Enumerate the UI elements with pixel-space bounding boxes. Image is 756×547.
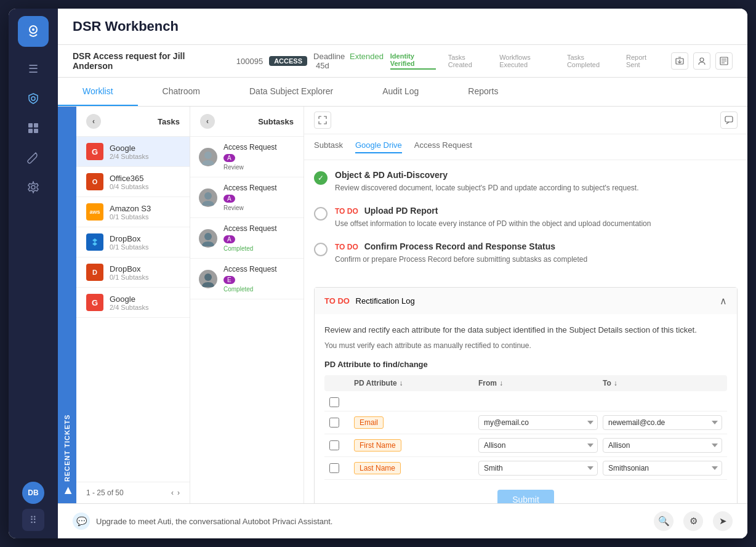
main-tabs: Worklist Chatroom Data Subject Explorer … bbox=[58, 78, 747, 107]
deadline-status: Extended bbox=[350, 52, 384, 61]
step-tasks-created[interactable]: Tasks Created bbox=[448, 54, 487, 68]
subtask-tabs: Subtask Google Drive Access Request bbox=[304, 134, 747, 160]
search-icon[interactable]: 🔍 bbox=[654, 511, 674, 531]
tab-reports[interactable]: Reports bbox=[443, 78, 523, 106]
pd-tag-email: Email bbox=[354, 416, 384, 429]
subtask-avatar bbox=[199, 270, 217, 288]
recent-tickets-sidebar[interactable]: ▶ RECENT TICKETS bbox=[58, 107, 76, 503]
svg-point-3 bbox=[31, 97, 35, 100]
pd-tag-lastname: Last Name bbox=[354, 462, 401, 474]
subtask-item[interactable]: Access Request A Review bbox=[190, 137, 304, 177]
subtask-item[interactable]: Access Request A Completed bbox=[190, 218, 304, 259]
task-checkbox-1[interactable]: ✓ bbox=[314, 171, 328, 185]
task-checkbox-2[interactable] bbox=[314, 207, 328, 221]
filter-icon[interactable]: ⚙ bbox=[683, 511, 703, 531]
app-logo bbox=[18, 16, 49, 47]
pd-to-firstname[interactable]: Allison bbox=[603, 438, 722, 453]
tab-chatroom[interactable]: Chatroom bbox=[138, 78, 225, 106]
task-name: DropBox bbox=[110, 234, 180, 243]
user-icon[interactable] bbox=[693, 52, 710, 70]
task-item[interactable]: G Google 2/4 Subtasks bbox=[76, 137, 190, 167]
pd-col-from: From ↓ bbox=[478, 379, 598, 387]
pd-title: PD Attribute to find/change bbox=[324, 360, 727, 369]
tools-icon[interactable] bbox=[21, 145, 46, 170]
pagination-next[interactable]: › bbox=[177, 488, 180, 497]
subtask-avatar bbox=[199, 148, 217, 166]
subtask-item[interactable]: Access Request E Completed bbox=[190, 259, 304, 299]
step-tasks-completed[interactable]: Tasks Completed bbox=[567, 54, 614, 68]
step-identity-verified[interactable]: Identity Verified bbox=[390, 52, 436, 70]
export-icon[interactable] bbox=[671, 52, 688, 70]
user-avatar[interactable]: DB bbox=[22, 482, 44, 504]
subtask-tab-subtask[interactable]: Subtask bbox=[314, 140, 343, 153]
comment-icon[interactable] bbox=[720, 111, 738, 129]
pd-checkbox[interactable] bbox=[329, 397, 339, 407]
svg-point-15 bbox=[204, 274, 212, 281]
svg-point-14 bbox=[204, 233, 212, 240]
subtask-status: Completed bbox=[223, 286, 295, 293]
subtask-tab-access-request[interactable]: Access Request bbox=[414, 140, 472, 153]
svg-rect-16 bbox=[725, 116, 733, 122]
rectification-title: Rectification Log bbox=[356, 296, 415, 306]
subtask-tab-google-drive[interactable]: Google Drive bbox=[355, 140, 402, 153]
task-icon-google: G bbox=[86, 143, 103, 160]
page-header: DSR Workbench bbox=[58, 9, 747, 45]
pd-to-email[interactable]: newemail@co.de bbox=[603, 415, 722, 430]
collapse-icon[interactable]: ∧ bbox=[720, 295, 727, 307]
task-entry: ✓ Object & PD Auti-Discovery Review disc… bbox=[314, 170, 738, 193]
pd-from-email[interactable]: my@email.co bbox=[478, 415, 598, 430]
tab-worklist[interactable]: Worklist bbox=[58, 78, 138, 106]
svg-rect-4 bbox=[28, 123, 33, 128]
task-item[interactable]: G Google 2/4 Subtasks bbox=[76, 288, 190, 318]
task-item[interactable]: O Office365 0/4 Subtasks bbox=[76, 167, 190, 197]
send-icon[interactable]: ➤ bbox=[713, 511, 733, 531]
pd-from-lastname[interactable]: Smith bbox=[478, 461, 598, 476]
pd-checkbox-lastname[interactable] bbox=[329, 463, 339, 473]
pd-to-lastname[interactable]: Smithsonian bbox=[603, 461, 722, 476]
pd-checkbox-email[interactable] bbox=[329, 418, 339, 427]
svg-rect-0 bbox=[24, 22, 42, 41]
task-icon-google2: G bbox=[86, 294, 103, 311]
task-checkbox-3[interactable] bbox=[314, 243, 328, 256]
todo-badge: TO DO bbox=[335, 207, 358, 216]
app-grid-icon[interactable]: ⠿ bbox=[22, 509, 44, 531]
task-icon-amazons3: aws bbox=[86, 203, 103, 221]
menu-icon[interactable]: ☰ bbox=[21, 57, 46, 81]
subtask-status: Completed bbox=[223, 245, 295, 252]
task-label-3: TO DO Confirm Process Record and Respons… bbox=[335, 241, 738, 251]
pagination-prev[interactable]: ‹ bbox=[171, 488, 174, 497]
subtask-badge: E bbox=[223, 276, 235, 284]
page-title: DSR Workbench bbox=[73, 18, 179, 34]
submit-button[interactable]: Submit bbox=[497, 490, 554, 504]
task-name: Office365 bbox=[110, 174, 180, 183]
svg-rect-5 bbox=[34, 123, 38, 128]
subtask-name: Access Request bbox=[223, 184, 295, 192]
task-section: ✓ Object & PD Auti-Discovery Review disc… bbox=[304, 160, 747, 287]
task-subtasks: 0/1 Subtasks bbox=[110, 213, 180, 221]
tab-audit-log[interactable]: Audit Log bbox=[358, 78, 443, 106]
task-item[interactable]: aws Amazon S3 0/1 Subtasks bbox=[76, 197, 190, 227]
task-entry: TO DO Confirm Process Record and Respons… bbox=[314, 241, 738, 265]
task-item[interactable]: D DropBox 0/1 Subtasks bbox=[76, 257, 190, 288]
subtask-avatar bbox=[199, 229, 217, 248]
subtask-item[interactable]: Access Request A Review bbox=[190, 177, 304, 218]
tab-data-subject-explorer[interactable]: Data Subject Explorer bbox=[225, 78, 358, 106]
pd-tag-firstname: First Name bbox=[354, 439, 401, 452]
pd-checkbox-firstname[interactable] bbox=[329, 440, 339, 450]
tasks-collapse-btn[interactable]: ‹ bbox=[86, 114, 101, 129]
settings-icon[interactable] bbox=[21, 175, 46, 200]
pd-from-firstname[interactable]: Allison bbox=[478, 438, 598, 453]
task-item[interactable]: DropBox 0/1 Subtasks bbox=[76, 227, 190, 257]
subtask-badge: A bbox=[223, 154, 235, 162]
ticket-type: ACCESS bbox=[269, 56, 307, 66]
shield-icon[interactable] bbox=[21, 86, 46, 111]
rectification-section: TO DO Rectification Log ∧ Review and rec… bbox=[314, 287, 738, 503]
expand-icon[interactable] bbox=[314, 111, 331, 129]
task-icon-office365: O bbox=[86, 173, 103, 190]
step-report-sent[interactable]: Report Sent bbox=[626, 54, 659, 68]
step-workflows-executed[interactable]: Workflows Executed bbox=[499, 54, 555, 68]
notes-icon[interactable] bbox=[715, 52, 733, 70]
subtasks-collapse-btn[interactable]: ‹ bbox=[200, 114, 215, 129]
task-desc-2: Use offset information to locate every i… bbox=[335, 218, 738, 229]
dashboard-icon[interactable] bbox=[21, 116, 46, 140]
